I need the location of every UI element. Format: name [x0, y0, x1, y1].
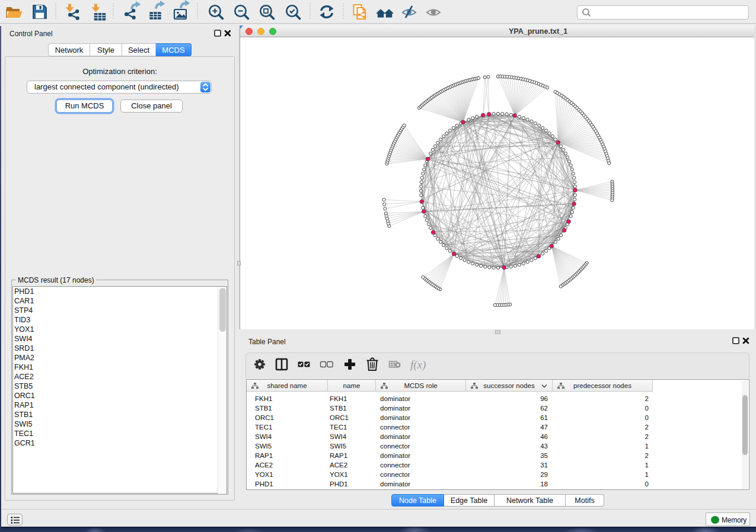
- svg-text:f(x): f(x): [410, 358, 426, 371]
